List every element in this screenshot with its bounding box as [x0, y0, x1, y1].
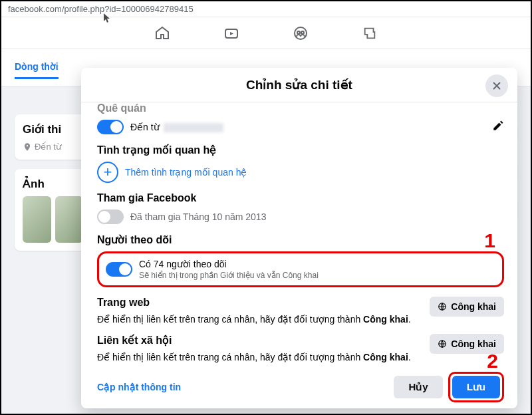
section-followers: Người theo dõi 1 Có 74 người theo dõi Sẽ… [97, 233, 504, 287]
hometown-value-redacted [164, 123, 223, 132]
cancel-button[interactable]: Hủy [394, 376, 442, 398]
followers-toggle[interactable] [106, 262, 132, 277]
profile-sidebar: Giới thi Đến từ Ảnh [15, 114, 91, 260]
save-highlight: 2 Lưu [448, 372, 504, 402]
home-icon[interactable] [154, 25, 170, 41]
privacy-label: Công khai [451, 301, 496, 312]
section-website: Trang web Để hiển thị liên kết trên tran… [97, 297, 504, 325]
photo-thumb[interactable] [23, 196, 51, 243]
callout-2: 2 [487, 350, 498, 372]
social-title: Liên kết xã hội [97, 334, 423, 346]
plus-icon: + [97, 162, 118, 183]
photos-heading: Ảnh [23, 177, 83, 191]
joined-text: Đã tham gia Tháng 10 năm 2013 [130, 211, 504, 222]
intro-card: Giới thi Đến từ [15, 114, 91, 160]
url-bar: facebook.com/profile.php?id=100006942789… [1, 1, 531, 17]
watch-icon[interactable] [223, 25, 239, 41]
hometown-title: Quê quán [97, 102, 504, 114]
followers-highlight: 1 Có 74 người theo dõi Sẽ hiển thị trong… [97, 251, 504, 287]
hometown-from: Đến từ [130, 122, 160, 132]
website-title: Trang web [97, 297, 423, 309]
modal-body[interactable]: Quê quán Đến từ Tình trạng mối quan hệ +… [81, 102, 517, 408]
close-button[interactable] [485, 74, 508, 97]
save-button[interactable]: Lưu [452, 376, 500, 398]
globe-icon [438, 339, 447, 348]
website-desc: Để hiển thị liên kết trên trang cá nhân,… [97, 314, 423, 325]
close-icon [491, 80, 503, 92]
privacy-label: Công khai [451, 339, 496, 349]
followers-sub: Sẽ hiển thị trong phần Giới thiệu và vẫn… [139, 271, 495, 280]
hometown-toggle[interactable] [97, 120, 124, 134]
section-relationship: Tình trạng mối quan hệ + Thêm tình trạng… [97, 144, 504, 183]
website-privacy-button[interactable]: Công khai [430, 297, 504, 317]
tab-timeline[interactable]: Dòng thời [15, 56, 59, 79]
joined-title: Tham gia Facebook [97, 192, 504, 204]
add-relationship-button[interactable]: + Thêm tình trạng mối quan hệ [97, 162, 504, 183]
svg-point-2 [297, 31, 300, 34]
callout-1: 1 [484, 229, 495, 252]
modal-footer: Cập nhật thông tin Hủy 2 Lưu [97, 368, 504, 402]
globe-icon [438, 302, 447, 311]
followers-text: Có 74 người theo dõi [139, 259, 495, 269]
section-hometown: Quê quán Đến từ [97, 102, 504, 134]
section-joined: Tham gia Facebook Đã tham gia Tháng 10 n… [97, 192, 504, 224]
joined-toggle[interactable] [97, 209, 124, 224]
groups-icon[interactable] [293, 25, 309, 41]
update-info-link[interactable]: Cập nhật thông tin [97, 382, 181, 392]
photo-thumb[interactable] [55, 196, 84, 243]
add-relationship-label: Thêm tình trạng mối quan hệ [125, 167, 247, 178]
relationship-title: Tình trạng mối quan hệ [97, 144, 504, 156]
intro-heading: Giới thi [23, 122, 83, 136]
modal-header: Chỉnh sửa chi tiết [81, 68, 517, 102]
intro-location: Đến từ [23, 142, 83, 152]
edit-details-modal: Chỉnh sửa chi tiết Quê quán Đến từ Tình … [81, 68, 517, 408]
svg-point-1 [295, 27, 307, 39]
svg-point-3 [301, 31, 304, 34]
social-desc: Để hiển thị liên kết trên trang cá nhân,… [97, 352, 423, 362]
edit-icon[interactable] [492, 120, 504, 134]
photos-card: Ảnh [15, 169, 91, 251]
section-social: Liên kết xã hội Để hiển thị liên kết trê… [97, 334, 504, 362]
url-text: facebook.com/profile.php?id=100006942789… [8, 4, 194, 14]
followers-title: Người theo dõi [97, 233, 504, 246]
location-prefix: Đến từ [35, 142, 61, 152]
modal-title: Chỉnh sửa chi tiết [92, 77, 507, 92]
gaming-icon[interactable] [362, 25, 378, 41]
top-navigation [1, 17, 531, 49]
